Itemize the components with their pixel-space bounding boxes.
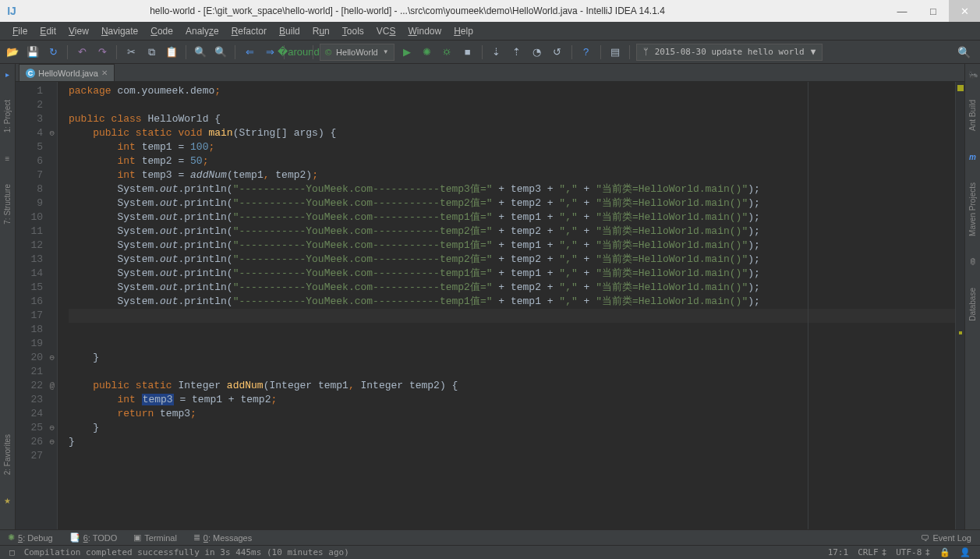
class-icon: C: [26, 69, 35, 78]
sync-icon[interactable]: ↻: [45, 44, 61, 60]
project-icon: ▸: [2, 69, 13, 80]
close-tab-icon[interactable]: ✕: [101, 69, 108, 77]
undo-icon[interactable]: ↶: [74, 44, 90, 60]
menu-vcs[interactable]: VCS: [372, 23, 401, 39]
warning-marker-icon[interactable]: [959, 331, 962, 334]
status-message: Compilation completed successfully in 3s…: [19, 547, 354, 557]
maven-icon: m: [968, 151, 978, 162]
dropdown-icon: ▼: [811, 47, 816, 57]
menu-refactor[interactable]: Refactor: [227, 23, 271, 39]
structure-icon: ≡: [2, 153, 13, 164]
replace-icon[interactable]: 🔍: [213, 44, 228, 60]
database-icon: 🛢: [968, 257, 978, 267]
messages-icon: ≣: [193, 532, 200, 543]
editor-tabbar: C HelloWorld.java ✕: [16, 64, 964, 82]
debug-icon[interactable]: ✺: [419, 44, 435, 60]
back-icon[interactable]: ⇐: [242, 44, 257, 60]
find-icon[interactable]: 🔍: [193, 44, 208, 60]
status-bar: □ Compilation completed successfully in …: [0, 545, 980, 559]
cut-icon[interactable]: ✂: [123, 44, 139, 60]
vcs-history-icon[interactable]: ◔: [529, 44, 545, 60]
toolwindow-terminal[interactable]: ▣ Terminal: [126, 530, 186, 545]
redo-icon[interactable]: ↷: [94, 44, 110, 60]
left-tool-rail: ▸ 1: Project ≡ 7: Structure 2: Favorites…: [0, 64, 16, 529]
vcs-commit-icon[interactable]: ⇡: [509, 44, 525, 60]
editor-gutter[interactable]: 123 4⊖ 567 8910 111213 141516 171819 20⊖…: [16, 82, 58, 529]
menu-analyze[interactable]: Analyze: [181, 23, 224, 39]
git-branch-label: 2015-08-30 update hello world: [655, 47, 805, 57]
maximize-button[interactable]: □: [918, 0, 949, 22]
menu-view[interactable]: View: [64, 23, 94, 39]
run-config-label: HelloWorld: [336, 48, 378, 57]
terminal-icon: ▣: [133, 532, 141, 543]
menu-help[interactable]: Help: [449, 23, 478, 39]
toolwindow-project[interactable]: 1: Project: [3, 98, 12, 134]
main-menubar: File Edit View Navigate Code Analyze Ref…: [0, 22, 980, 41]
git-branch-dropdown[interactable]: ᛘ 2015-08-30 update hello world ▼: [636, 44, 823, 61]
main-toolbar: 📂 💾 ↻ ↶ ↷ ✂ ⧉ 📋 🔍 🔍 ⇐ ⇒ �around © HelloW…: [0, 41, 980, 64]
menu-navigate[interactable]: Navigate: [97, 23, 143, 39]
paste-icon[interactable]: 📋: [164, 44, 179, 60]
tab-file-label: HelloWorld.java: [38, 69, 98, 78]
search-everywhere-icon[interactable]: 🔍: [957, 46, 971, 58]
toolwindow-structure[interactable]: 7: Structure: [3, 182, 12, 226]
toolwindow-favorites[interactable]: 2: Favorites: [3, 433, 12, 476]
window-titlebar: IJ hello-world - [E:\git_work_space\hell…: [0, 0, 980, 22]
todo-icon: 📑: [69, 532, 80, 543]
readonly-lock-icon[interactable]: 🔒: [935, 547, 955, 557]
vcs-update-icon[interactable]: ⇣: [489, 44, 504, 60]
coverage-icon[interactable]: ⛭: [440, 44, 455, 60]
toolwindow-event-log[interactable]: 🗨 Event Log: [913, 530, 980, 545]
menu-build[interactable]: Build: [274, 23, 305, 39]
error-stripe[interactable]: [955, 82, 964, 529]
menu-file[interactable]: File: [8, 23, 32, 39]
menu-code[interactable]: Code: [146, 23, 178, 39]
overview-indicator-icon: [957, 85, 964, 91]
dropdown-icon: ▼: [383, 48, 389, 55]
class-icon: ©: [325, 48, 331, 57]
help-icon[interactable]: ?: [578, 44, 594, 60]
eventlog-icon: 🗨: [921, 533, 929, 543]
make-icon[interactable]: �around: [291, 44, 306, 60]
toolwindow-messages[interactable]: ≣ 0: Messages: [186, 530, 260, 545]
right-tool-rail: 🐜 Ant Build m Maven Projects 🛢 Database: [964, 64, 980, 529]
right-margin-line: [808, 82, 808, 529]
favorites-icon: ★: [2, 495, 13, 506]
vcs-revert-icon[interactable]: ↺: [550, 44, 565, 60]
toggle-toolwindows-icon[interactable]: □: [5, 547, 19, 557]
intellij-logo-icon: IJ: [5, 4, 19, 18]
caret-position[interactable]: 17:1: [823, 547, 854, 557]
project-structure-icon[interactable]: ▤: [607, 44, 623, 60]
toolwindow-maven[interactable]: Maven Projects: [968, 181, 977, 238]
window-title: hello-world - [E:\git_work_space\hello-w…: [22, 5, 886, 16]
stop-icon[interactable]: ■: [460, 44, 476, 60]
open-icon[interactable]: 📂: [5, 44, 20, 60]
menu-edit[interactable]: Edit: [35, 23, 61, 39]
bug-icon: ✺: [8, 532, 15, 543]
toolwindow-database[interactable]: Database: [968, 286, 977, 323]
forward-icon[interactable]: ⇒: [262, 44, 278, 60]
close-window-button[interactable]: ✕: [949, 0, 980, 22]
copy-icon[interactable]: ⧉: [143, 44, 159, 60]
line-separator[interactable]: CRLF‡: [853, 547, 891, 557]
toolwindow-todo[interactable]: 📑 6: TODO: [62, 530, 126, 545]
toolwindow-debug[interactable]: ✺ 5: Debug: [0, 530, 62, 545]
save-icon[interactable]: 💾: [25, 44, 41, 60]
code-editor[interactable]: package com.youmeek.demo; public class H…: [58, 82, 955, 529]
run-icon[interactable]: ▶: [399, 44, 415, 60]
menu-window[interactable]: Window: [403, 23, 446, 39]
ant-icon: 🐜: [968, 69, 978, 80]
menu-run[interactable]: Run: [308, 23, 334, 39]
hector-icon[interactable]: 👤: [955, 547, 975, 557]
menu-tools[interactable]: Tools: [338, 23, 369, 39]
editor-tab-active[interactable]: C HelloWorld.java ✕: [19, 64, 115, 81]
run-config-dropdown[interactable]: © HelloWorld ▼: [320, 44, 394, 61]
branch-icon: ᛘ: [643, 47, 649, 57]
toolwindow-ant[interactable]: Ant Build: [968, 98, 977, 133]
bottom-toolbar: ✺ 5: Debug 📑 6: TODO ▣ Terminal ≣ 0: Mes…: [0, 529, 980, 545]
file-encoding[interactable]: UTF-8‡: [891, 547, 935, 557]
minimize-button[interactable]: —: [886, 0, 918, 22]
